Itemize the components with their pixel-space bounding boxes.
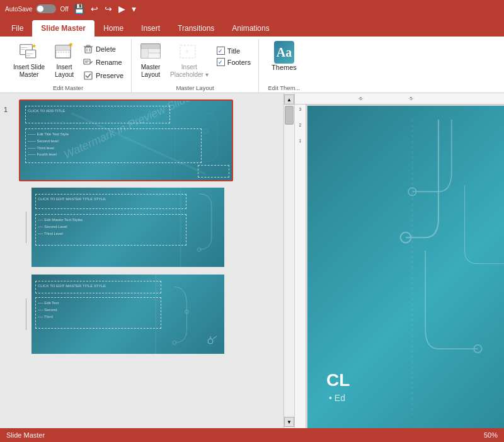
preview-slide-subtitle: • Ed — [329, 393, 345, 403]
svg-text:★: ★ — [32, 43, 37, 49]
tab-slide-master[interactable]: Slide Master — [32, 20, 94, 37]
vertical-scrollbar[interactable]: ▲ ▼ — [284, 93, 295, 428]
title-check-label: Title — [227, 47, 240, 55]
slide-1-content-text: ─── Edit Title Text Style ─── Second lev… — [28, 131, 69, 158]
preview-title-text: CL — [326, 370, 350, 390]
svg-point-31 — [203, 129, 208, 134]
themes-button[interactable]: Aa Themes — [268, 40, 300, 74]
slide-1-bg: CLICK TO ADD TITLE ─── Edit Title Text S… — [20, 101, 232, 180]
title-check[interactable]: ✓ Title — [214, 45, 253, 56]
tab-home[interactable]: Home — [94, 20, 132, 37]
ruler-left: 3 2 1 — [295, 105, 306, 428]
rename-button[interactable]: Rename — [81, 56, 126, 69]
insert-placeholder-button[interactable]: + InsertPlaceholder ▾ — [167, 40, 212, 81]
slide-3-icon — [205, 334, 218, 348]
svg-rect-21 — [141, 44, 160, 49]
ribbon-group-edit-themes: Aa Themes Edit Them... — [259, 39, 309, 93]
ribbon-group-master-layout: MasterLayout + InsertPlaceholder ▾ ✓ Tit… — [132, 39, 259, 93]
slide-thumb-2[interactable]: CLICK TO EDIT MASTER TITLE STYLE ── Edit… — [30, 186, 226, 268]
slide-2-title-text: CLICK TO EDIT MASTER TITLE STYLE — [38, 196, 106, 201]
master-layout-icon — [140, 42, 161, 62]
ruler-top-ticks: ·6· ·5· — [307, 93, 504, 104]
insert-slide-master-icon: ━━━━━ ━━━ ━━━━━ ━━━ ★ — [19, 42, 39, 62]
svg-rect-24 — [148, 54, 160, 59]
ruler-tick-6: ·6· — [358, 96, 364, 101]
title-bar-icons: 💾 ↩ ↪ ▶ ▾ — [74, 4, 136, 14]
main-content: 1 — [0, 93, 504, 428]
slide-2-content-text: ── Edit Master Text Styles ── Second Lev… — [38, 217, 83, 237]
ruler-mark-2: 2 — [299, 123, 302, 127]
master-layout-content: MasterLayout + InsertPlaceholder ▾ ✓ Tit… — [137, 39, 253, 82]
svg-text:━━━: ━━━ — [20, 48, 25, 51]
ribbon-tabs: File Slide Master Home Insert Transition… — [0, 18, 504, 37]
redo-icon[interactable]: ↪ — [105, 4, 112, 14]
master-layout-button[interactable]: MasterLayout — [137, 40, 164, 81]
footers-check[interactable]: ✓ Footers — [214, 57, 253, 67]
scroll-down-arrow[interactable]: ▼ — [284, 417, 294, 427]
master-layout-checks: ✓ Title ✓ Footers — [214, 40, 253, 67]
tab-insert[interactable]: Insert — [132, 20, 169, 37]
svg-rect-13 — [86, 45, 90, 47]
edit-master-small-buttons: Delete Rename Preserve — [81, 40, 126, 82]
insert-layout-icon: ★ — [54, 42, 74, 62]
rename-label: Rename — [96, 59, 122, 66]
title-checkbox-icon: ✓ — [217, 47, 225, 55]
edit-themes-group-label: Edit Them... — [264, 82, 304, 93]
tab-animations[interactable]: Animations — [223, 20, 278, 37]
delete-button[interactable]: Delete — [81, 43, 126, 55]
slide-3-row: CLICK TO EDIT MASTER TITLE STYLE ── Edit… — [19, 273, 278, 355]
master-layout-label: MasterLayout — [141, 64, 161, 79]
tab-transitions[interactable]: Transitions — [169, 20, 223, 37]
edit-master-content: ━━━━━ ━━━ ━━━━━ ━━━ ★ Insert SlideMaster — [10, 39, 126, 82]
edit-master-group-label: Edit Master — [10, 82, 126, 93]
autosave-toggle[interactable] — [36, 4, 56, 13]
slide-panel: 1 — [0, 93, 284, 428]
svg-rect-11 — [85, 47, 91, 53]
svg-line-39 — [213, 336, 217, 339]
svg-rect-22 — [141, 48, 148, 58]
scroll-thumb[interactable] — [285, 106, 294, 125]
ruler-top: ·6· ·5· — [295, 93, 504, 105]
themes-label: Themes — [272, 64, 297, 72]
themes-icon: Aa — [274, 42, 294, 62]
ribbon: ━━━━━ ━━━ ━━━━━ ━━━ ★ Insert SlideMaster — [0, 37, 504, 93]
save-icon[interactable]: 💾 — [74, 4, 84, 14]
slide-number-1: 1 — [4, 106, 8, 113]
present-icon[interactable]: ▶ — [118, 4, 125, 14]
preserve-button[interactable]: Preserve — [81, 69, 126, 82]
svg-rect-19 — [84, 72, 92, 79]
svg-text:+: + — [185, 48, 189, 55]
footers-check-label: Footers — [227, 59, 251, 66]
status-zoom: 50% — [484, 431, 498, 439]
insert-placeholder-icon: + — [179, 42, 199, 62]
slide-connector-3 — [21, 298, 26, 330]
slide-1-footer-box — [198, 165, 229, 178]
slide-3-title-text: CLICK TO EDIT MASTER TITLE STYLE — [38, 283, 106, 288]
svg-rect-16 — [84, 59, 90, 64]
customize-icon[interactable]: ▾ — [132, 4, 136, 14]
preview-subtitle-text: • Ed — [329, 393, 345, 403]
svg-point-38 — [208, 339, 213, 344]
svg-text:★: ★ — [68, 43, 74, 48]
delete-label: Delete — [96, 45, 116, 53]
preview-area: ·6· ·5· 3 2 1 CL — [295, 93, 504, 428]
tab-file[interactable]: File — [3, 20, 32, 37]
insert-layout-button[interactable]: ★ InsertLayout — [50, 40, 78, 81]
insert-slide-master-button[interactable]: ━━━━━ ━━━ ━━━━━ ━━━ ★ Insert SlideMaster — [10, 40, 48, 81]
slide-thumb-1[interactable]: CLICK TO ADD TITLE ─── Edit Title Text S… — [19, 99, 233, 181]
status-bar: Slide Master 50% — [0, 428, 504, 442]
ruler-mark-3: 3 — [299, 107, 302, 111]
svg-rect-23 — [148, 48, 160, 53]
preview-slide-title: CL — [326, 370, 350, 390]
slide-2-bg: CLICK TO EDIT MASTER TITLE STYLE ── Edit… — [32, 188, 224, 267]
status-slide-info: Slide Master — [6, 431, 45, 439]
title-bar-left: AutoSave Off — [5, 4, 69, 13]
preview-slide[interactable]: CL • Ed — [307, 106, 504, 428]
slide-thumb-3[interactable]: CLICK TO EDIT MASTER TITLE STYLE ── Edit… — [30, 273, 226, 355]
scroll-up-arrow[interactable]: ▲ — [284, 94, 294, 105]
undo-icon[interactable]: ↩ — [91, 4, 98, 14]
slide-3-bg: CLICK TO EDIT MASTER TITLE STYLE ── Edit… — [32, 275, 224, 354]
slide-connector-2 — [21, 212, 26, 243]
insert-layout-label: InsertLayout — [55, 64, 74, 79]
ruler-mark-1: 1 — [299, 139, 302, 143]
